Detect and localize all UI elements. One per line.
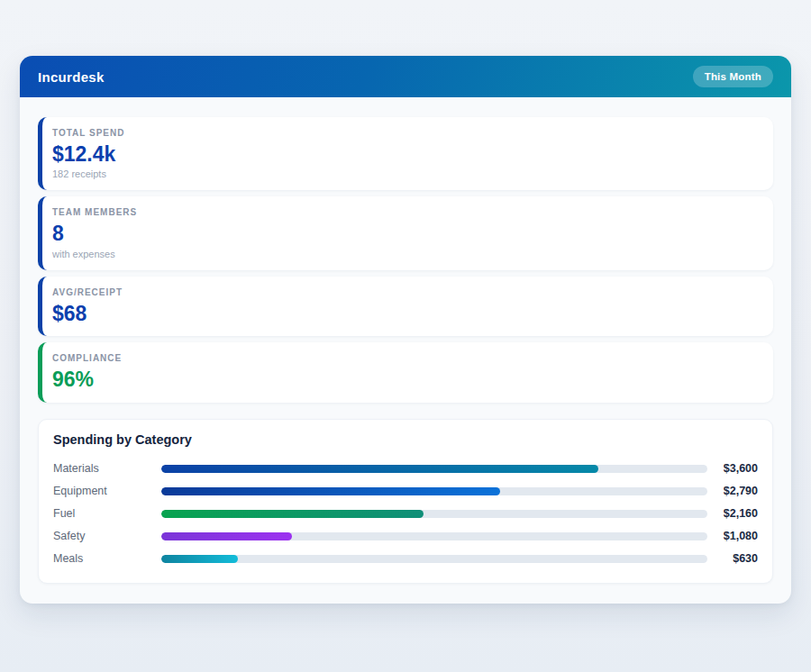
bar-track: [161, 555, 707, 563]
chart-title: Spending by Category: [53, 432, 758, 447]
stats-list: TOTAL SPEND$12.4k182 receiptsTEAM MEMBER…: [38, 117, 773, 403]
stat-value: $12.4k: [52, 142, 759, 166]
chart-row: Equipment$2,790: [53, 480, 758, 503]
stat-label: TEAM MEMBERS: [52, 207, 759, 217]
bar-fill: [161, 555, 238, 563]
dashboard-container: Incurdesk This Month TOTAL SPEND$12.4k18…: [20, 56, 791, 604]
value-label: $3,600: [707, 462, 758, 475]
category-label: Meals: [53, 552, 161, 565]
stat-value: 8: [52, 222, 759, 245]
category-label: Fuel: [53, 507, 161, 520]
chart-row: Materials$3,600: [53, 458, 758, 480]
header-bar: Incurdesk This Month: [20, 56, 791, 97]
stat-card: COMPLIANCE96%: [38, 342, 773, 402]
stat-label: TOTAL SPEND: [52, 128, 759, 138]
stat-card: TEAM MEMBERS8with expenses: [38, 196, 773, 269]
period-badge[interactable]: This Month: [693, 66, 773, 87]
stat-label: AVG/RECEIPT: [52, 287, 759, 297]
category-label: Safety: [53, 530, 161, 542]
bar-track: [161, 487, 707, 495]
category-label: Equipment: [53, 485, 161, 497]
value-label: $2,160: [707, 507, 758, 520]
stat-value: 96%: [52, 368, 759, 391]
bar-fill: [161, 487, 500, 495]
chart-card: Spending by Category Materials$3,600Equi…: [38, 419, 773, 584]
bar-fill: [161, 510, 424, 518]
dashboard-content: TOTAL SPEND$12.4k182 receiptsTEAM MEMBER…: [20, 97, 791, 604]
stat-value: $68: [52, 302, 759, 325]
chart-row: Safety$1,080: [53, 525, 758, 548]
bar-track: [161, 532, 707, 540]
chart-row: Fuel$2,160: [53, 503, 758, 525]
value-label: $2,790: [707, 485, 758, 497]
value-label: $1,080: [707, 530, 758, 542]
value-label: $630: [707, 552, 758, 565]
bar-fill: [161, 465, 598, 473]
stat-card: TOTAL SPEND$12.4k182 receipts: [38, 117, 773, 190]
stat-card: AVG/RECEIPT$68: [38, 277, 773, 336]
category-label: Materials: [53, 462, 161, 475]
stat-label: COMPLIANCE: [52, 353, 759, 363]
chart-rows: Materials$3,600Equipment$2,790Fuel$2,160…: [53, 458, 758, 570]
stat-subtext: 182 receipts: [52, 168, 759, 179]
bar-track: [161, 465, 707, 473]
bar-track: [161, 510, 707, 518]
stat-subtext: with expenses: [52, 249, 759, 259]
app-title: Incurdesk: [38, 69, 105, 85]
bar-fill: [161, 532, 292, 540]
chart-row: Meals$630: [53, 548, 758, 570]
